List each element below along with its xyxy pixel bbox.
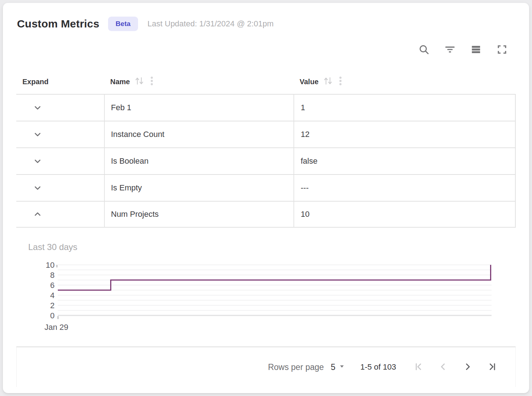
expanded-row-detail-panel: Last 30 days 0246810Jan 29 [16,228,516,346]
first-page-icon [413,361,424,373]
name-cell: Feb 1 [104,95,293,121]
table-row: Is Boolean false [16,147,516,174]
expand-row-button[interactable] [30,181,45,195]
table-row: Is Empty --- [16,174,516,201]
expand-cell [16,121,104,147]
pagination-range-label: 1-5 of 103 [360,362,396,372]
rows-per-page-dropdown[interactable] [339,363,345,371]
num-projects-line-chart: 0246810Jan 29 [28,260,502,332]
pagination-controls [411,359,500,375]
svg-text:10: 10 [46,261,55,270]
filter-icon [444,44,456,55]
svg-text:2: 2 [50,301,55,310]
last-updated-text: Last Updated: 1/31/2024 @ 2:01pm [147,19,274,29]
column-header-value[interactable]: Value [293,76,516,88]
card-header: Custom Metrics Beta Last Updated: 1/31/2… [3,3,529,31]
chart-title: Last 30 days [28,242,516,252]
first-page-button[interactable] [411,359,426,375]
fullscreen-button[interactable] [494,41,510,58]
expand-row-button[interactable] [30,154,45,168]
table-footer: Rows per page 5 1-5 of 103 [16,346,516,387]
table-row: Instance Count 12 [16,121,516,147]
last-page-button[interactable] [484,359,500,375]
search-button[interactable] [416,41,432,58]
expand-cell [16,175,104,201]
density-button[interactable] [468,41,484,58]
collapse-row-button[interactable] [30,207,45,221]
value-cell: 10 [293,202,516,227]
previous-page-button[interactable] [435,359,451,375]
column-header-expand: Expand [16,78,104,86]
grid-toolbar [3,41,510,58]
column-label-name: Name [110,78,130,86]
svg-text:4: 4 [50,291,55,300]
svg-text:6: 6 [50,281,55,290]
table-body: Feb 1 1 Instance Count 12 [16,94,516,228]
caret-down-icon [339,363,345,371]
custom-metrics-card: Custom Metrics Beta Last Updated: 1/31/2… [3,3,529,393]
chevron-right-icon [462,361,473,373]
chevron-left-icon [438,361,449,373]
rows-per-page-value[interactable]: 5 [331,362,335,372]
value-cell: false [293,148,516,174]
chevron-down-icon [33,130,42,139]
expand-row-button[interactable] [30,127,45,142]
chevron-down-icon [33,183,42,193]
custom-metrics-table: Expand Name Value [16,69,516,387]
search-icon [418,44,430,55]
expand-cell [16,95,104,121]
column-menu-icon[interactable] [150,76,154,88]
sort-arrows-icon[interactable] [134,76,144,88]
fullscreen-icon [496,44,508,55]
column-label-expand: Expand [22,78,48,86]
sort-arrows-icon[interactable] [323,76,333,88]
next-page-button[interactable] [460,359,476,375]
chevron-up-icon [33,210,42,219]
expand-cell [16,202,104,227]
chevron-down-icon [33,156,42,166]
filter-button[interactable] [442,41,458,58]
name-cell: Is Boolean [104,148,293,174]
expand-row-button[interactable] [30,100,45,115]
column-label-value: Value [300,78,318,86]
svg-text:8: 8 [50,271,55,280]
svg-text:Jan 29: Jan 29 [44,323,68,332]
chevron-down-icon [33,103,42,112]
column-menu-icon[interactable] [338,76,343,88]
rows-per-page-label: Rows per page [268,362,324,372]
name-cell: Num Projects [104,202,293,227]
name-cell: Instance Count [104,121,293,147]
value-cell: --- [293,175,516,201]
value-cell: 12 [293,121,516,147]
table-header-row: Expand Name Value [16,69,516,94]
table-row: Feb 1 1 [16,94,516,121]
beta-badge: Beta [108,17,138,31]
last-page-icon [487,361,498,373]
expand-cell [16,148,104,174]
column-header-name[interactable]: Name [104,76,293,88]
name-cell: Is Empty [104,175,293,201]
page-title: Custom Metrics [17,18,99,30]
table-row: Num Projects 10 [16,201,516,228]
density-icon [470,44,482,55]
svg-text:0: 0 [50,311,55,320]
value-cell: 1 [293,95,516,121]
